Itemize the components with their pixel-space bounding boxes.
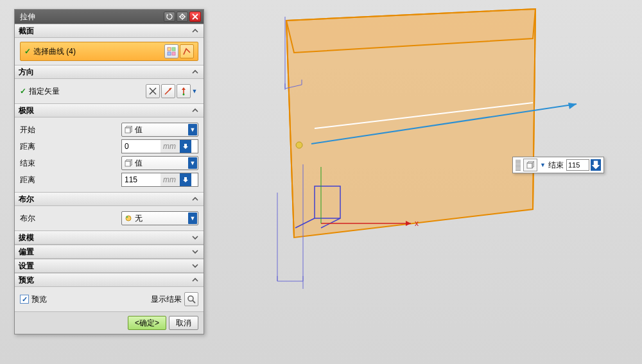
start-type-combo[interactable]: 值 ▼ <box>121 123 198 137</box>
end-type-combo[interactable]: 值 ▼ <box>121 156 198 170</box>
dialog-title: 拉伸 <box>20 12 162 22</box>
titlebar[interactable]: 拉伸 <box>15 10 204 24</box>
spin-button[interactable] <box>180 173 191 186</box>
sketch-section-button[interactable] <box>164 44 178 58</box>
reset-button[interactable] <box>164 12 175 22</box>
vector-menu-dropdown[interactable]: ▼ <box>191 88 198 94</box>
svg-point-54 <box>188 296 193 301</box>
preview-checkbox-label: 预览 <box>31 294 151 305</box>
grip-icon <box>516 159 521 171</box>
cube-icon <box>125 159 132 167</box>
check-icon: ✓ <box>20 87 26 96</box>
svg-rect-20 <box>527 163 532 168</box>
spin-button[interactable] <box>180 140 191 153</box>
chevron-down-icon <box>191 261 200 270</box>
dialog-footer: <确定> 取消 <box>15 311 204 334</box>
extrude-dialog: 拉伸 截面 ✓ 选择曲线 (4) 方向 ✓ 指定矢量 ▼ 极限 <box>14 9 204 334</box>
svg-marker-51 <box>183 177 188 182</box>
section-head-profile[interactable]: 截面 <box>15 24 204 38</box>
section-head-boolean[interactable]: 布尔 <box>15 192 204 206</box>
svg-point-53 <box>126 216 128 218</box>
svg-rect-34 <box>172 48 175 51</box>
show-result-button[interactable] <box>184 292 198 306</box>
start-distance-label: 距离 <box>20 141 121 152</box>
chevron-down-icon <box>191 247 200 256</box>
inferred-vector-button[interactable] <box>177 84 191 98</box>
close-button[interactable] <box>189 12 201 22</box>
end-distance-label: 距离 <box>20 175 121 186</box>
svg-marker-42 <box>182 87 186 90</box>
viewport-3d[interactable]: x <box>218 0 642 364</box>
svg-rect-48 <box>125 161 130 166</box>
dropdown-arrow-icon: ▼ <box>188 212 197 224</box>
svg-point-26 <box>182 16 183 17</box>
cube-icon <box>125 126 132 134</box>
svg-rect-33 <box>168 48 171 51</box>
limit-type-icon[interactable] <box>523 159 537 171</box>
check-icon: ✓ <box>24 47 31 56</box>
boolean-combo[interactable]: 无 ▼ <box>121 211 198 225</box>
chevron-up-icon <box>191 106 200 115</box>
floating-end-input[interactable]: ▼ 结束 <box>512 157 604 173</box>
dropdown-arrow-icon: ▼ <box>188 124 197 135</box>
dropdown-arrow-icon: ▼ <box>188 157 197 169</box>
ok-button[interactable]: <确定> <box>128 316 166 330</box>
boolean-field-label: 布尔 <box>20 213 121 224</box>
start-distance-input[interactable]: mm <box>121 139 198 153</box>
settings-button[interactable] <box>177 12 188 22</box>
svg-rect-35 <box>168 52 171 55</box>
end-label: 结束 <box>20 158 121 169</box>
section-head-limits[interactable]: 极限 <box>15 103 204 117</box>
chevron-up-icon <box>191 195 200 204</box>
specify-vector-label: 指定矢量 <box>29 86 144 97</box>
show-result-label: 显示结果 <box>151 294 182 305</box>
end-distance-input[interactable]: mm <box>121 173 198 187</box>
reverse-direction-button[interactable] <box>146 84 160 98</box>
svg-line-55 <box>193 300 195 303</box>
section-head-offset[interactable]: 偏置 <box>15 245 204 259</box>
svg-point-9 <box>296 142 302 148</box>
chevron-up-icon <box>191 275 200 284</box>
start-label: 开始 <box>20 125 121 135</box>
curve-rule-button[interactable] <box>180 44 194 58</box>
svg-rect-44 <box>125 128 130 133</box>
section-head-draft[interactable]: 拔模 <box>15 230 204 245</box>
svg-point-43 <box>183 94 185 96</box>
select-curve-label: 选择曲线 (4) <box>33 46 163 57</box>
cancel-button[interactable]: 取消 <box>169 316 198 330</box>
chevron-down-icon <box>191 233 200 242</box>
section-head-settings[interactable]: 设置 <box>15 259 204 273</box>
svg-rect-36 <box>172 52 175 55</box>
section-head-direction[interactable]: 方向 <box>15 65 204 79</box>
select-curve-row[interactable]: ✓ 选择曲线 (4) <box>20 42 198 61</box>
svg-marker-47 <box>183 144 188 149</box>
floating-spin[interactable] <box>591 159 601 171</box>
floating-value-input[interactable] <box>566 159 589 171</box>
chevron-up-icon <box>191 26 200 35</box>
floating-label: 结束 <box>548 160 564 171</box>
section-head-preview[interactable]: 预览 <box>15 273 204 287</box>
preview-checkbox[interactable] <box>20 295 29 304</box>
svg-text:x: x <box>415 219 419 228</box>
chevron-up-icon <box>191 67 200 76</box>
svg-marker-23 <box>592 161 600 169</box>
none-icon <box>125 214 132 222</box>
vector-constructor-button[interactable] <box>161 84 175 98</box>
